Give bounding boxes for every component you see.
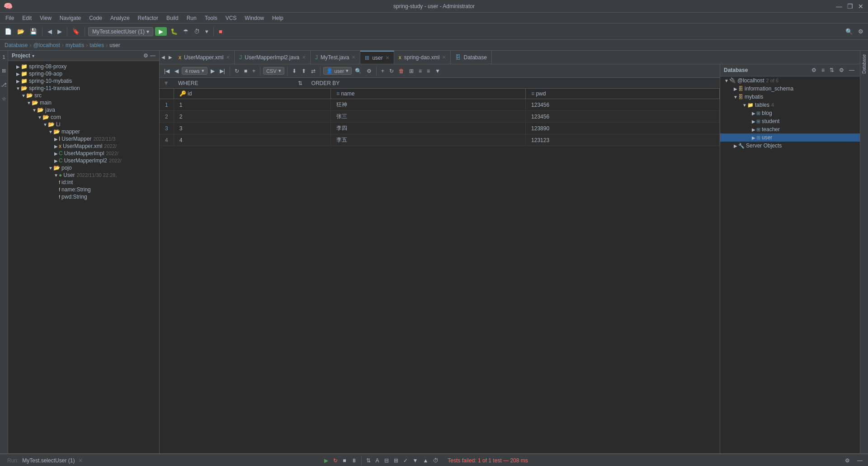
table-row[interactable]: 3 3 李四 123890 <box>160 123 720 134</box>
export-dropdown[interactable]: CSV ▾ <box>263 67 284 75</box>
save-button[interactable]: 💾 <box>28 27 39 36</box>
tree-usermapperimpl2[interactable]: ▶ C UserMapperImpl2 2022/ <box>8 157 159 164</box>
tab-nav-left[interactable]: ◀ <box>160 54 167 61</box>
next-error-button[interactable]: ▼ <box>411 456 420 465</box>
tab-close-icon[interactable]: ✕ <box>352 55 355 60</box>
cell-name[interactable]: 李四 <box>331 123 526 134</box>
refresh-schema-button[interactable]: ↻ <box>387 67 396 75</box>
first-page-button[interactable]: |◀ <box>162 67 171 75</box>
db-node-user[interactable]: ▶ ⊞ user <box>720 133 860 142</box>
show-passed-button[interactable]: ✓ <box>401 456 410 465</box>
maximize-button[interactable]: ❐ <box>846 3 854 10</box>
tab-close-icon[interactable]: ✕ <box>302 55 306 60</box>
tree-src[interactable]: ▼ 📂 src <box>8 92 159 99</box>
cell-pwd[interactable]: 123456 <box>526 111 720 123</box>
prev-error-button[interactable]: ▲ <box>421 456 430 465</box>
add-row-button[interactable]: + <box>250 67 257 75</box>
tree-mapper[interactable]: ▼ 📂 mapper <box>8 128 159 135</box>
menu-run[interactable]: Run <box>183 14 200 22</box>
cell-pwd[interactable]: 123123 <box>526 134 720 146</box>
tree-main[interactable]: ▼ 📂 main <box>8 99 159 106</box>
tree-com[interactable]: ▼ 📂 com <box>8 114 159 121</box>
run-with-coverage-button[interactable]: ☂ <box>181 27 190 36</box>
tree-usermapperimpl[interactable]: ▶ C UserMapperImpl 2022/ <box>8 150 159 157</box>
cell-name[interactable]: 张三 <box>331 111 526 123</box>
cell-name[interactable]: 狂神 <box>331 99 526 111</box>
menu-code[interactable]: Code <box>85 14 106 22</box>
rerun-failed-button[interactable]: ↻ <box>331 456 340 465</box>
menu-edit[interactable]: Edit <box>19 14 35 22</box>
tab-mytest[interactable]: J MyTest.java ✕ <box>311 51 360 64</box>
run-config-dropdown[interactable]: MyTest.selectUser (1) ▾ <box>88 27 153 36</box>
refresh-button[interactable]: ↻ <box>233 67 241 75</box>
debug-button[interactable]: 🐛 <box>169 27 179 36</box>
db-node-student[interactable]: ▶ ⊞ student <box>720 117 860 125</box>
cell-pwd[interactable]: 123890 <box>526 123 720 134</box>
tree-usermapper[interactable]: ▶ I UserMapper 2022/11/3 <box>8 135 159 143</box>
delete-row-button[interactable]: 🗑 <box>397 67 406 75</box>
sidebar-settings-icon[interactable]: ⚙ <box>143 52 148 59</box>
db-list-icon[interactable]: ≡ <box>820 66 826 74</box>
structure-panel-icon[interactable]: ⊞ <box>1 66 7 76</box>
back-button[interactable]: ◀ <box>46 27 54 36</box>
cell-id[interactable]: 2 <box>174 111 330 123</box>
new-file-button[interactable]: 📄 <box>3 27 14 36</box>
add-col-button[interactable]: + <box>379 67 386 75</box>
db-sort-icon[interactable]: ⇅ <box>828 66 836 74</box>
db-node-teacher[interactable]: ▶ ⊞ teacher <box>720 125 860 133</box>
filter-rows-button[interactable]: ▼ <box>433 67 442 75</box>
cell-name[interactable]: 李五 <box>331 134 526 146</box>
minimize-button[interactable]: — <box>835 3 843 10</box>
db-node-mybatis[interactable]: ▼ 🗄 mybatis <box>720 93 860 101</box>
tree-li[interactable]: ▼ 📂 Li <box>8 121 159 128</box>
db-node-blog[interactable]: ▶ ⊞ blog <box>720 109 860 117</box>
pause-run-button[interactable]: ⏸ <box>349 456 359 465</box>
run-button[interactable]: ▶ <box>155 27 167 36</box>
tab-close-icon[interactable]: ✕ <box>226 55 230 60</box>
filter-settings-button[interactable]: ⚙ <box>365 67 373 75</box>
export-data-button[interactable]: ⬇ <box>290 67 298 75</box>
tab-database[interactable]: 🗄 Database <box>451 51 491 64</box>
tab-usermapper-xml[interactable]: x UserMapper.xml ✕ <box>174 51 235 64</box>
db-node-localhost[interactable]: ▼ 🔌 @localhost 2 of 6 <box>720 76 860 85</box>
project-panel-icon[interactable]: 1 <box>1 52 6 62</box>
compare-button[interactable]: ⇄ <box>309 67 317 75</box>
cell-pwd[interactable]: 123456 <box>526 99 720 111</box>
history-button[interactable]: ⏱ <box>431 456 440 465</box>
table-row[interactable]: 4 4 李五 123123 <box>160 134 720 146</box>
run-close-icon[interactable]: ✕ <box>78 457 83 464</box>
menu-file[interactable]: File <box>2 14 18 22</box>
tree-java[interactable]: ▼ 📂 java <box>8 106 159 114</box>
tree-field-name[interactable]: f name:String <box>8 186 159 193</box>
db-settings-icon[interactable]: ⚙ <box>810 66 818 74</box>
last-page-button[interactable]: ▶| <box>218 67 227 75</box>
menu-tools[interactable]: Tools <box>201 14 221 22</box>
db-node-tables[interactable]: ▼ 📁 tables 4 <box>720 101 860 109</box>
test-sort-abc-button[interactable]: A <box>374 456 381 465</box>
db-minimize-icon[interactable]: — <box>847 66 856 74</box>
stop-loading-button[interactable]: ■ <box>242 67 249 75</box>
menu-analyze[interactable]: Analyze <box>107 14 133 22</box>
forward-button[interactable]: ▶ <box>56 27 64 36</box>
expand-all-button[interactable]: ⊞ <box>392 456 400 465</box>
favorites-icon[interactable]: ☆ <box>1 94 7 104</box>
open-button[interactable]: 📂 <box>15 27 26 36</box>
col-name[interactable]: ≡ name <box>331 89 526 99</box>
menu-window[interactable]: Window <box>241 14 268 22</box>
next-page-button[interactable]: ▶ <box>209 67 217 75</box>
vcs-panel-icon[interactable]: ⎇ <box>0 80 8 90</box>
database-side-icon[interactable]: Database <box>861 52 868 76</box>
tree-spring-09-aop[interactable]: ▶ 📁 spring-09-aop <box>8 70 159 77</box>
form-view-button[interactable]: ≡ <box>417 67 424 75</box>
cell-id[interactable]: 4 <box>174 134 330 146</box>
col-id[interactable]: 🔑 id <box>174 89 330 99</box>
cell-id[interactable]: 1 <box>174 99 330 111</box>
more-run-button[interactable]: ▾ <box>203 27 210 36</box>
db-filter-icon[interactable]: ⚙ <box>837 66 846 74</box>
tree-spring-11-transaction[interactable]: ▼ 📂 spring-11-transaction <box>8 85 159 92</box>
sort-tests-button[interactable]: ⇅ <box>364 456 373 465</box>
stop-run-button[interactable]: ■ <box>341 456 348 465</box>
sidebar-minimize-icon[interactable]: — <box>150 52 156 59</box>
tab-nav-right[interactable]: ▶ <box>167 54 174 61</box>
import-data-button[interactable]: ⬆ <box>300 67 308 75</box>
